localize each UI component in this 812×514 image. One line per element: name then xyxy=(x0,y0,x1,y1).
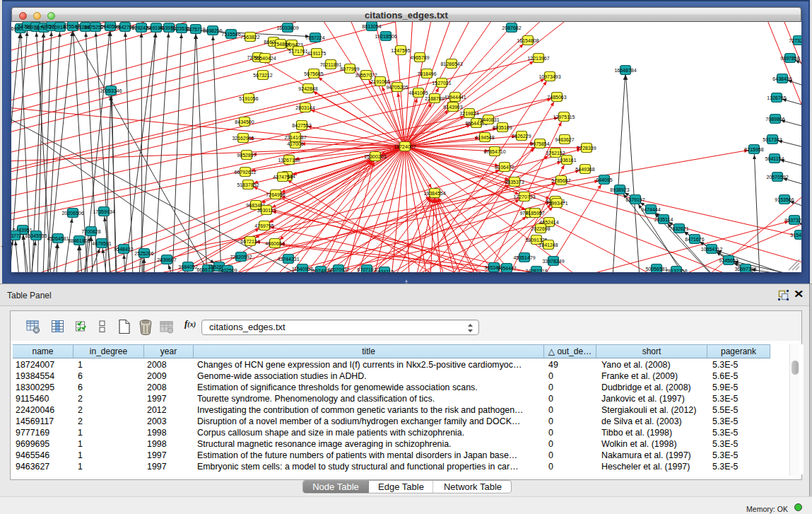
svg-text:3762152: 3762152 xyxy=(546,151,565,156)
svg-text:16648784: 16648784 xyxy=(614,68,636,73)
svg-text:6672134: 6672134 xyxy=(240,239,259,244)
svg-text:8434500: 8434500 xyxy=(235,119,254,124)
svg-text:9242848: 9242848 xyxy=(298,86,317,91)
svg-text:85345555: 85345555 xyxy=(25,233,47,238)
svg-text:1841248: 1841248 xyxy=(539,243,558,247)
svg-text:8106470: 8106470 xyxy=(495,165,514,170)
svg-text:45351479: 45351479 xyxy=(513,255,535,260)
svg-text:16154808: 16154808 xyxy=(517,38,539,43)
svg-text:7264956: 7264956 xyxy=(266,192,285,197)
svg-text:1326765: 1326765 xyxy=(767,95,786,100)
svg-text:9897858: 9897858 xyxy=(780,56,799,61)
svg-text:1247595: 1247595 xyxy=(391,48,410,53)
svg-text:2022698: 2022698 xyxy=(531,226,550,231)
svg-text:6707197: 6707197 xyxy=(357,267,376,272)
svg-text:7754864: 7754864 xyxy=(271,42,290,47)
svg-text:2839607: 2839607 xyxy=(157,257,176,262)
svg-text:6438436: 6438436 xyxy=(772,76,792,81)
svg-text:1036161: 1036161 xyxy=(557,158,576,163)
svg-text:19218506: 19218506 xyxy=(375,34,396,39)
svg-text:43744231: 43744231 xyxy=(277,257,299,262)
svg-text:12213967: 12213967 xyxy=(527,56,549,61)
svg-text:8935169: 8935169 xyxy=(493,125,512,130)
svg-text:7857224: 7857224 xyxy=(305,35,324,40)
svg-text:9245652: 9245652 xyxy=(719,258,738,263)
svg-text:9937326: 9937326 xyxy=(784,218,801,223)
svg-text:9852897: 9852897 xyxy=(237,153,256,158)
svg-text:16033809: 16033809 xyxy=(276,25,298,30)
svg-text:7563822: 7563822 xyxy=(240,35,259,40)
svg-text:7402509: 7402509 xyxy=(218,268,237,272)
svg-text:41944441: 41944441 xyxy=(444,95,466,100)
svg-text:4194548: 4194548 xyxy=(475,135,494,140)
svg-text:4769795: 4769795 xyxy=(254,223,273,228)
svg-text:81286543: 81286543 xyxy=(440,62,462,66)
svg-text:8813054: 8813054 xyxy=(362,24,381,29)
svg-text:9474444: 9474444 xyxy=(641,207,660,212)
svg-text:4965789: 4965789 xyxy=(410,55,429,60)
svg-text:8215958: 8215958 xyxy=(744,147,763,152)
svg-text:9153566: 9153566 xyxy=(775,197,794,202)
svg-text:644095: 644095 xyxy=(596,177,612,182)
svg-text:7728339: 7728339 xyxy=(577,146,596,151)
svg-text:70211891: 70211891 xyxy=(320,62,342,67)
svg-text:2525206: 2525206 xyxy=(134,251,153,256)
svg-text:4860684: 4860684 xyxy=(265,241,284,246)
svg-text:8938923: 8938923 xyxy=(610,187,629,192)
svg-text:5675685: 5675685 xyxy=(304,71,323,76)
svg-text:32162965: 32162965 xyxy=(232,136,254,141)
svg-text:45264581: 45264581 xyxy=(47,236,69,241)
svg-text:5171761: 5171761 xyxy=(288,49,307,54)
svg-text:2626229: 2626229 xyxy=(512,134,531,139)
svg-text:55540424: 55540424 xyxy=(254,56,276,61)
svg-text:5449368: 5449368 xyxy=(575,167,594,172)
svg-text:7089806: 7089806 xyxy=(765,117,784,122)
svg-text:4185957: 4185957 xyxy=(525,211,544,216)
svg-text:23141087: 23141087 xyxy=(284,135,306,140)
svg-text:3684052: 3684052 xyxy=(178,264,197,269)
svg-text:10973493: 10973493 xyxy=(539,74,560,79)
svg-text:1054447: 1054447 xyxy=(497,266,516,271)
svg-text:9463627: 9463627 xyxy=(555,137,574,142)
svg-text:17270733: 17270733 xyxy=(513,194,535,199)
svg-text:8427552: 8427552 xyxy=(292,123,311,128)
svg-text:73440831: 73440831 xyxy=(477,117,499,122)
svg-text:24282218: 24282218 xyxy=(525,269,547,272)
svg-text:51837852: 51837852 xyxy=(237,182,259,187)
svg-text:2191066: 2191066 xyxy=(370,79,389,84)
svg-text:8471676: 8471676 xyxy=(685,237,704,242)
svg-text:2188789: 2188789 xyxy=(425,96,444,101)
svg-text:1527021: 1527021 xyxy=(432,81,451,86)
svg-text:8698256: 8698256 xyxy=(203,28,222,33)
svg-text:39557077: 39557077 xyxy=(355,73,377,78)
svg-text:20053346: 20053346 xyxy=(100,88,122,93)
svg-text:4841005: 4841005 xyxy=(408,90,428,95)
svg-text:33978249: 33978249 xyxy=(542,259,564,264)
svg-text:5924115: 5924115 xyxy=(375,269,394,272)
svg-text:19384554: 19384554 xyxy=(423,191,445,196)
svg-text:5785687: 5785687 xyxy=(551,178,570,183)
svg-text:82070937: 82070937 xyxy=(327,267,349,272)
svg-text:94705205: 94705205 xyxy=(386,85,408,90)
svg-text:3154051: 3154051 xyxy=(790,233,801,238)
svg-text:3219824: 3219824 xyxy=(459,111,478,116)
svg-text:9548432: 9548432 xyxy=(114,247,133,252)
svg-text:2803144: 2803144 xyxy=(295,105,314,110)
svg-text:8835373: 8835373 xyxy=(505,180,524,185)
svg-text:6879197: 6879197 xyxy=(625,197,645,202)
svg-text:5137722: 5137722 xyxy=(11,233,25,238)
svg-text:18724007: 18724007 xyxy=(394,144,416,149)
svg-text:9143903: 9143903 xyxy=(443,105,462,110)
svg-text:17359934: 17359934 xyxy=(93,209,114,214)
svg-text:66792612: 66792612 xyxy=(234,170,256,175)
svg-text:2087682: 2087682 xyxy=(502,25,521,30)
svg-text:12975115: 12975115 xyxy=(553,115,575,119)
svg-text:3030113: 3030113 xyxy=(257,208,276,213)
svg-text:25300203: 25300203 xyxy=(364,154,386,159)
svg-text:50056581: 50056581 xyxy=(645,267,667,271)
svg-text:7485063: 7485063 xyxy=(547,95,566,100)
svg-text:67854710: 67854710 xyxy=(483,149,505,154)
svg-text:7632621: 7632621 xyxy=(669,226,688,231)
svg-text:13267130: 13267130 xyxy=(278,158,300,163)
svg-text:4679591: 4679591 xyxy=(92,241,111,246)
